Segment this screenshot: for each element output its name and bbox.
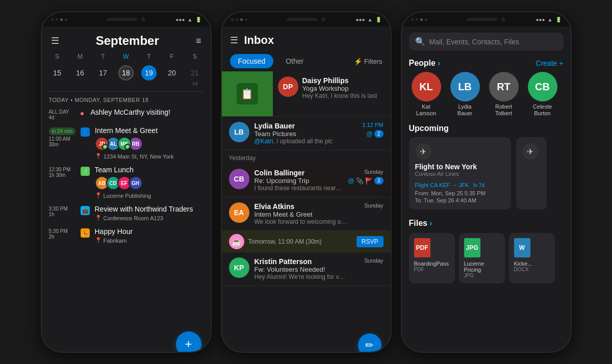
bolt-icon: ⚡ bbox=[354, 58, 362, 65]
colin-flag-icon: 🚩 bbox=[365, 177, 373, 185]
cal-date-20[interactable]: 20 bbox=[161, 63, 184, 88]
lydia-name: LydiaBauer bbox=[457, 103, 472, 117]
calendar-phone: ●●● ▲ 🔋 ☰ September ≡ S M T W T F S bbox=[41, 11, 212, 353]
calendar-title: September bbox=[96, 34, 159, 48]
person-robert[interactable]: RT RobertTolbert bbox=[487, 72, 521, 117]
inbox-screen: ☰ Inbox Focused Other ⚡ Filters 📋 DP bbox=[222, 27, 391, 353]
kicke-type: DOCX bbox=[514, 267, 550, 272]
day-label-s1: S bbox=[46, 52, 69, 61]
upcoming-card-flight[interactable]: ✈ Flight to New York Contoso Air Lines F… bbox=[409, 137, 511, 210]
upcoming-card-flight2[interactable]: ✈ bbox=[516, 137, 547, 210]
files-section: Files › PDF BoardingPass PDF JPG Lucerne… bbox=[402, 215, 571, 288]
file-kicke[interactable]: W Kicke... DOCX bbox=[509, 233, 555, 283]
colin-avatar: CB bbox=[229, 169, 249, 189]
inbox-phone: ●●● ▲ 🔋 ☰ Inbox Focused Other ⚡ Filters bbox=[221, 11, 392, 353]
cal-date-17[interactable]: 17 bbox=[92, 63, 115, 88]
inbox-hamburger-icon[interactable]: ☰ bbox=[230, 35, 238, 46]
cal-event-intern-time: in 24 min 11:00 AM 30m bbox=[49, 126, 76, 147]
files-title: Files › bbox=[409, 219, 564, 228]
day-label-t1: T bbox=[92, 52, 115, 61]
cal-date-16[interactable]: 16 bbox=[69, 63, 92, 88]
cal-event-review-body: Review with Northwind Traders 📍 Conferen… bbox=[95, 205, 203, 221]
lydia-email-row[interactable]: LB Lydia Bauer Team Pictures @Katri, I u… bbox=[222, 117, 391, 150]
lydia-s-avatar: LB bbox=[450, 72, 480, 101]
cal-event-review[interactable]: 3:30 PM 1h 💼 Review with Northwind Trade… bbox=[42, 202, 211, 224]
daisy-email-body: Daisy Phillips Yoga Workshop Hey Katri, … bbox=[302, 76, 386, 99]
search-screen: 🔍 Mail, Events, Contacts, Files People ›… bbox=[402, 27, 571, 353]
kristin-avatar: KP bbox=[229, 257, 249, 278]
phones-container: ●●● ▲ 🔋 ☰ September ≡ S M T W T F S bbox=[0, 0, 612, 364]
inbox-header: ☰ Inbox bbox=[222, 27, 391, 51]
file-lucerne[interactable]: JPG Lucerne Pricing JPG bbox=[459, 233, 505, 283]
create-action[interactable]: Create + bbox=[536, 59, 563, 67]
files-row: PDF BoardingPass PDF JPG Lucerne Pricing… bbox=[409, 233, 564, 283]
cal-event-lunch[interactable]: 12:30 PM 1h 30m 🍴 Team Lunch AB CD EF GH… bbox=[42, 163, 211, 202]
location-pin-icon-2: 📍 bbox=[95, 192, 102, 199]
calendar-fab[interactable]: + bbox=[176, 331, 201, 353]
cal-date-21[interactable]: 21 Jul bbox=[184, 63, 207, 88]
person-celeste[interactable]: CB CelesteBurton bbox=[525, 72, 560, 117]
day-label-t2: T bbox=[138, 52, 161, 61]
person-lydia[interactable]: LB LydiaBauer bbox=[448, 72, 482, 117]
calendar-list-icon[interactable]: ≡ bbox=[196, 36, 201, 46]
cal-event-happy-hour[interactable]: 5:30 PM 2h 🎉 Happy Hour 📍 Fabrikam bbox=[42, 224, 211, 247]
flight-title: Flight to New York bbox=[415, 163, 505, 171]
elvia-email-row[interactable]: EA Elvia Atkins Intern Meet & Greet We l… bbox=[222, 197, 391, 231]
cal-event-review-time: 3:30 PM 1h bbox=[49, 205, 75, 217]
flight-icon: ✈ bbox=[415, 143, 431, 160]
search-bar[interactable]: 🔍 Mail, Events, Contacts, Files bbox=[409, 33, 564, 50]
featured-email-icon: 📋 bbox=[237, 83, 258, 105]
celeste-name: CelesteBurton bbox=[533, 103, 552, 117]
cal-event-intern[interactable]: in 24 min 11:00 AM 30m 👤 Intern Meet & G… bbox=[42, 123, 211, 163]
lucerne-type: JPG bbox=[464, 273, 500, 278]
inbox-tab-other[interactable]: Other bbox=[277, 54, 312, 68]
phone-status-icons-2: ●●● ▲ 🔋 bbox=[355, 17, 381, 22]
yesterday-label: Yesterday bbox=[222, 150, 391, 164]
phone-speaker-3 bbox=[467, 18, 497, 21]
phone-camera-3 bbox=[501, 17, 505, 21]
boardingpass-name: BoardingPass bbox=[414, 261, 450, 267]
cal-date-19[interactable]: 19 bbox=[138, 63, 161, 88]
rsvp-button[interactable]: RSVP bbox=[356, 236, 384, 247]
phone-status-icons-3: ●●● ▲ 🔋 bbox=[536, 17, 561, 22]
featured-email-content: DP Daisy Phillips Yoga Workshop Hey Katr… bbox=[273, 71, 391, 116]
cal-event-allday[interactable]: ALL DAY 4d Ashley McCarthy visiting! bbox=[42, 105, 211, 123]
kristin-email-meta: Sunday bbox=[353, 257, 384, 264]
cal-event-lunch-body: Team Lunch AB CD EF GH 📍 Lucerne Publish… bbox=[95, 166, 203, 199]
featured-email-row[interactable]: 📋 DP Daisy Phillips Yoga Workshop Hey Ka… bbox=[222, 71, 391, 117]
phone-top-bar-3: ●●● ▲ 🔋 bbox=[402, 12, 571, 27]
calendar-today-label: TODAY • MONDAY, SEPTEMBER 18 bbox=[42, 95, 211, 105]
phone-camera-2 bbox=[321, 17, 325, 21]
colin-email-row[interactable]: CB Colin Ballinger Re: Upcoming Trip I f… bbox=[222, 164, 391, 197]
person-kat[interactable]: KL KatLarsson bbox=[409, 72, 444, 117]
flight-from: From: Mon, Sep 25 5:35 PM bbox=[415, 190, 505, 196]
people-section-title[interactable]: People › bbox=[409, 59, 441, 68]
phone-top-bar-2: ●●● ▲ 🔋 bbox=[222, 12, 391, 27]
kat-avatar: KL bbox=[412, 72, 441, 101]
cal-date-15[interactable]: 15 bbox=[46, 63, 69, 88]
reminder-text: Tomorrow, 11:00 AM (30m) bbox=[248, 238, 352, 245]
day-label-w: W bbox=[115, 52, 138, 61]
pdf-icon: PDF bbox=[414, 238, 430, 257]
inbox-filters[interactable]: ⚡ Filters bbox=[354, 58, 382, 65]
inbox-tab-focused[interactable]: Focused bbox=[230, 54, 274, 68]
cal-event-intern-avatars: JD✓ AL MK✓ RB bbox=[95, 137, 203, 151]
cal-event-allday-body: Ashley McCarthy visiting! bbox=[91, 108, 203, 116]
colin-at-icon: @ bbox=[348, 177, 354, 185]
cal-event-happy-hour-time: 5:30 PM 2h bbox=[49, 227, 75, 240]
boardingpass-type: PDF bbox=[414, 267, 450, 272]
inbox-fab[interactable]: ✏ bbox=[358, 333, 381, 353]
lydia-email-meta: 1:12 PM @ 2 bbox=[353, 122, 384, 138]
files-arrow-icon: › bbox=[429, 219, 432, 228]
kristin-email-row[interactable]: KP Kristin Patterson Fw: Volunteers Need… bbox=[222, 252, 391, 286]
elvia-email-meta: Sunday bbox=[353, 202, 384, 209]
day-label-s2: S bbox=[184, 52, 207, 61]
phone-indicators bbox=[51, 18, 67, 21]
file-boardingpass[interactable]: PDF BoardingPass PDF bbox=[409, 233, 455, 283]
search-input-placeholder: Mail, Events, Contacts, Files bbox=[429, 38, 520, 46]
lydia-badge: 2 bbox=[374, 130, 384, 138]
calendar-divider bbox=[48, 91, 205, 92]
cal-date-18[interactable]: 18 bbox=[115, 63, 138, 88]
reminder-row: ☕ Tomorrow, 11:00 AM (30m) RSVP bbox=[222, 231, 391, 252]
hamburger-icon[interactable]: ☰ bbox=[51, 35, 59, 46]
